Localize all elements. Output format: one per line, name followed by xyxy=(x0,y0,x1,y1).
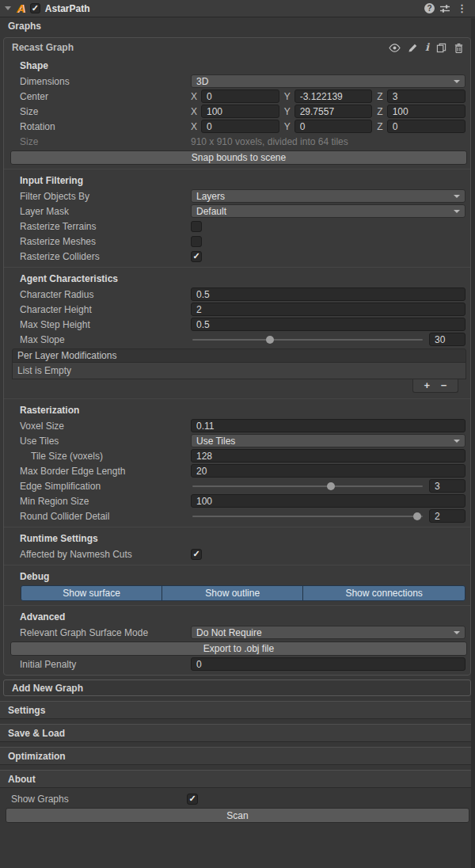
voxel-size-field[interactable] xyxy=(191,419,466,432)
max-slope-value-field[interactable] xyxy=(429,333,466,346)
max-slope-slider[interactable] xyxy=(191,333,424,346)
round-collider-detail-slider-handle[interactable] xyxy=(413,512,421,520)
edge-simplification-value-field[interactable] xyxy=(429,479,466,493)
max-step-height-row: Max Step Height xyxy=(20,318,466,331)
astar-logo-icon: A xyxy=(17,2,25,14)
size-info-label: Size xyxy=(20,136,191,147)
list-add-button[interactable]: + xyxy=(424,380,431,391)
about-label: About xyxy=(8,774,36,785)
presets-icon[interactable] xyxy=(439,3,450,14)
center-y-field[interactable] xyxy=(294,89,373,103)
voxel-size-label: Voxel Size xyxy=(20,421,191,432)
dimensions-dropdown[interactable]: 3D xyxy=(191,74,466,88)
agent-characteristics-section: Agent Characteristics Character Radius C… xyxy=(4,273,470,394)
snap-bounds-button[interactable]: Snap bounds to scene xyxy=(10,150,467,165)
foldout-arrow-icon[interactable] xyxy=(5,6,11,10)
center-x-field[interactable] xyxy=(201,89,279,103)
edge-simplification-slider-handle[interactable] xyxy=(327,482,335,490)
rotation-y-field[interactable] xyxy=(294,120,373,133)
about-section-header[interactable]: About xyxy=(0,770,475,788)
edge-simplification-label: Edge Simplification xyxy=(20,481,191,492)
eye-icon[interactable] xyxy=(389,43,401,53)
optimization-section-header[interactable]: Optimization xyxy=(0,747,475,765)
use-tiles-row: Use Tiles Use Tiles xyxy=(20,434,466,447)
help-icon[interactable]: ? xyxy=(424,3,435,13)
show-outline-button[interactable]: Show outline xyxy=(162,585,303,601)
show-graphs-label: Show Graphs xyxy=(11,794,187,805)
size-y-field[interactable] xyxy=(294,105,373,118)
relevant-graph-surface-mode-dropdown[interactable]: Do Not Require xyxy=(191,626,466,639)
settings-section-header[interactable]: Settings xyxy=(0,701,475,719)
section-divider xyxy=(4,565,470,565)
rasterize-terrains-checkbox[interactable] xyxy=(191,221,202,232)
show-connections-button[interactable]: Show connections xyxy=(302,585,466,601)
settings-label: Settings xyxy=(8,705,45,716)
rasterize-meshes-row: Rasterize Meshes xyxy=(20,234,466,248)
character-height-field[interactable] xyxy=(191,303,466,316)
round-collider-detail-label: Round Collider Detail xyxy=(20,511,191,522)
export-obj-label: Export to .obj file xyxy=(203,643,274,654)
info-icon[interactable]: i xyxy=(425,43,429,52)
delete-icon[interactable] xyxy=(454,43,464,53)
scan-label: Scan xyxy=(226,810,248,821)
optimization-label: Optimization xyxy=(8,751,66,762)
center-z-field[interactable] xyxy=(387,89,466,103)
scan-button[interactable]: Scan xyxy=(6,808,469,823)
edge-simplification-slider[interactable] xyxy=(191,480,424,493)
layer-mask-label: Layer Mask xyxy=(20,206,191,217)
rasterize-terrains-label: Rasterize Terrains xyxy=(20,221,191,232)
rasterize-meshes-label: Rasterize Meshes xyxy=(20,236,191,247)
rasterization-heading: Rasterization xyxy=(20,405,466,417)
rasterization-section: Rasterization Voxel Size Use Tiles Use T… xyxy=(4,405,470,523)
export-obj-button[interactable]: Export to .obj file xyxy=(10,641,467,656)
layer-mask-dropdown[interactable]: Default xyxy=(191,204,466,218)
list-empty-label: List is Empty xyxy=(17,365,71,376)
max-slope-row: Max Slope xyxy=(20,333,466,346)
kebab-menu-icon[interactable]: ⋮ xyxy=(455,2,469,14)
section-divider xyxy=(4,398,470,399)
character-radius-field[interactable] xyxy=(191,287,466,301)
component-enabled-checkbox[interactable] xyxy=(30,3,40,13)
show-surface-button[interactable]: Show surface xyxy=(21,585,162,601)
max-step-height-field[interactable] xyxy=(191,318,466,331)
size-x-field[interactable] xyxy=(201,105,279,118)
max-border-edge-length-label: Max Border Edge Length xyxy=(20,466,191,477)
filter-objects-by-dropdown[interactable]: Layers xyxy=(191,189,466,203)
recast-graph-header[interactable]: Recast Graph i xyxy=(4,38,470,55)
pencil-icon[interactable] xyxy=(408,43,418,53)
debug-button-group: Show surface Show outline Show connectio… xyxy=(21,585,466,601)
center-row: Center X Y Z xyxy=(20,89,466,103)
scrollbar-track[interactable] xyxy=(471,18,475,868)
rotation-x-field[interactable] xyxy=(201,120,279,133)
center-z-label: Z xyxy=(377,91,382,102)
max-border-edge-length-field[interactable] xyxy=(191,464,466,478)
min-region-size-field[interactable] xyxy=(191,494,466,508)
add-new-graph-button[interactable]: Add New Graph xyxy=(3,680,471,696)
affected-by-navmesh-cuts-checkbox[interactable] xyxy=(191,549,202,560)
tile-size-field[interactable] xyxy=(191,449,466,463)
rasterize-meshes-checkbox[interactable] xyxy=(191,236,202,247)
relevant-graph-surface-mode-value: Do Not Require xyxy=(196,627,262,638)
size-y-label: Y xyxy=(284,106,291,117)
per-layer-modifications-header[interactable]: Per Layer Modifications xyxy=(12,348,466,363)
size-z-field[interactable] xyxy=(387,105,466,118)
round-collider-detail-slider[interactable] xyxy=(191,510,424,523)
duplicate-icon[interactable] xyxy=(436,43,446,53)
graphs-section: Graphs xyxy=(0,17,475,35)
show-graphs-checkbox[interactable] xyxy=(187,794,198,805)
debug-section: Debug Show surface Show outline Show con… xyxy=(4,571,470,601)
filter-objects-by-value: Layers xyxy=(196,191,225,202)
rotation-z-field[interactable] xyxy=(387,120,466,133)
add-new-graph-label: Add New Graph xyxy=(12,683,83,694)
list-button-group: + − xyxy=(412,379,458,393)
round-collider-detail-value-field[interactable] xyxy=(429,509,466,523)
show-surface-label: Show surface xyxy=(63,588,120,599)
use-tiles-dropdown[interactable]: Use Tiles xyxy=(191,434,466,447)
initial-penalty-field[interactable] xyxy=(191,657,466,671)
list-remove-button[interactable]: − xyxy=(441,380,447,391)
section-divider xyxy=(4,605,470,606)
inspector-panel: A AstarPath ? ⋮ Graphs Recast Graph xyxy=(0,0,475,868)
max-slope-slider-handle[interactable] xyxy=(266,336,274,344)
rasterize-colliders-checkbox[interactable] xyxy=(191,251,202,262)
save-load-section-header[interactable]: Save & Load xyxy=(0,724,475,742)
